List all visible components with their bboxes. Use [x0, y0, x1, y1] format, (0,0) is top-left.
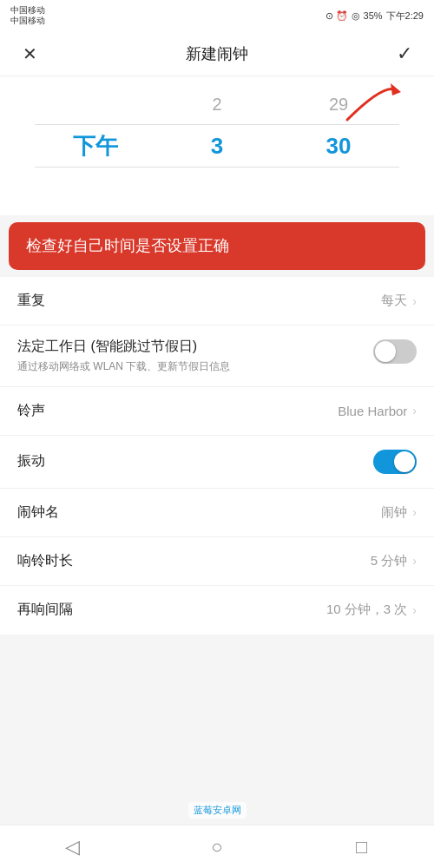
clock-time: 下午2:29	[386, 10, 424, 23]
alarmname-label: 闹钟名	[17, 504, 59, 519]
minute-column[interactable]: 29 30	[278, 76, 399, 215]
status-icons: ⊙ ⏰ ◎ 35% 下午2:29	[326, 10, 424, 23]
ampm-below	[35, 167, 156, 208]
minute-below	[278, 167, 399, 208]
snooze-label: 再响间隔	[17, 602, 73, 616]
status-bar: 中国移动 中国移动 ⊙ ⏰ ◎ 35% 下午2:29	[0, 0, 434, 31]
alarmname-value: 闹钟	[381, 504, 407, 521]
settings-item-repeat[interactable]: 重复 每天 ›	[0, 277, 434, 326]
minute-above: 29	[278, 83, 399, 125]
carrier-info: 中国移动 中国移动	[10, 5, 45, 26]
page-title: 新建闹钟	[186, 43, 248, 64]
nav-back[interactable]: ◁	[50, 825, 94, 869]
confirm-button[interactable]: ✓	[389, 38, 420, 69]
ringtone-label: 铃声	[17, 403, 45, 418]
snooze-chevron: ›	[412, 603, 417, 617]
settings-item-alarmname[interactable]: 闹钟名 闹钟 ›	[0, 489, 434, 537]
content-scroll[interactable]: 下午 2 3 29 30 检查好自己时间是否设置正确 重复	[0, 76, 434, 825]
repeat-value: 每天	[381, 293, 407, 309]
settings-item-vibrate[interactable]: 振动	[0, 436, 434, 489]
workday-toggle-knob	[375, 341, 396, 362]
bottom-nav: ◁ ○ □	[0, 825, 434, 868]
hour-column[interactable]: 2 3	[156, 76, 278, 215]
warning-wrapper: 检查好自己时间是否设置正确	[0, 222, 434, 270]
repeat-label: 重复	[17, 293, 45, 307]
settings-item-duration[interactable]: 响铃时长 5 分钟 ›	[0, 537, 434, 586]
vibrate-toggle-knob	[394, 451, 415, 472]
time-picker[interactable]: 下午 2 3 29 30	[0, 76, 434, 215]
vibrate-label: 振动	[17, 453, 45, 468]
alarmname-chevron: ›	[412, 505, 417, 519]
snooze-value: 10 分钟，3 次	[326, 602, 407, 618]
vibrate-toggle[interactable]	[373, 450, 417, 474]
settings-item-workday[interactable]: 法定工作日 (智能跳过节假日) 通过移动网络或 WLAN 下载、更新节假日信息	[0, 326, 434, 387]
repeat-chevron: ›	[412, 294, 417, 308]
ringtone-chevron: ›	[412, 404, 417, 418]
workday-toggle[interactable]	[373, 339, 417, 364]
duration-chevron: ›	[412, 554, 417, 568]
warning-text: 检查好自己时间是否设置正确	[26, 237, 229, 254]
settings-item-snooze[interactable]: 再响间隔 10 分钟，3 次 ›	[0, 586, 434, 635]
ringtone-value: Blue Harbor	[338, 404, 407, 418]
duration-label: 响铃时长	[17, 553, 73, 568]
duration-value: 5 分钟	[371, 553, 408, 569]
hour-above: 2	[156, 83, 278, 125]
header: ✕ 新建闹钟 ✓	[0, 31, 434, 76]
close-button[interactable]: ✕	[14, 38, 45, 69]
workday-label: 法定工作日 (智能跳过节假日)	[17, 339, 197, 353]
settings-section: 重复 每天 › 法定工作日 (智能跳过节假日) 通过移动网络或 WLAN 下载、…	[0, 277, 434, 635]
nav-home[interactable]: ○	[195, 825, 239, 869]
nav-recent[interactable]: □	[340, 825, 384, 869]
hour-below	[156, 167, 278, 208]
ampm-selected: 下午	[35, 125, 156, 167]
battery-level: 35%	[364, 10, 383, 21]
minute-selected: 30	[278, 125, 399, 167]
warning-banner: 检查好自己时间是否设置正确	[9, 222, 425, 270]
ampm-above	[35, 83, 156, 125]
ampm-column[interactable]: 下午	[35, 76, 156, 215]
hour-selected: 3	[156, 125, 278, 167]
workday-sublabel: 通过移动网络或 WLAN 下载、更新节假日信息	[17, 359, 260, 374]
settings-item-ringtone[interactable]: 铃声 Blue Harbor ›	[0, 387, 434, 436]
